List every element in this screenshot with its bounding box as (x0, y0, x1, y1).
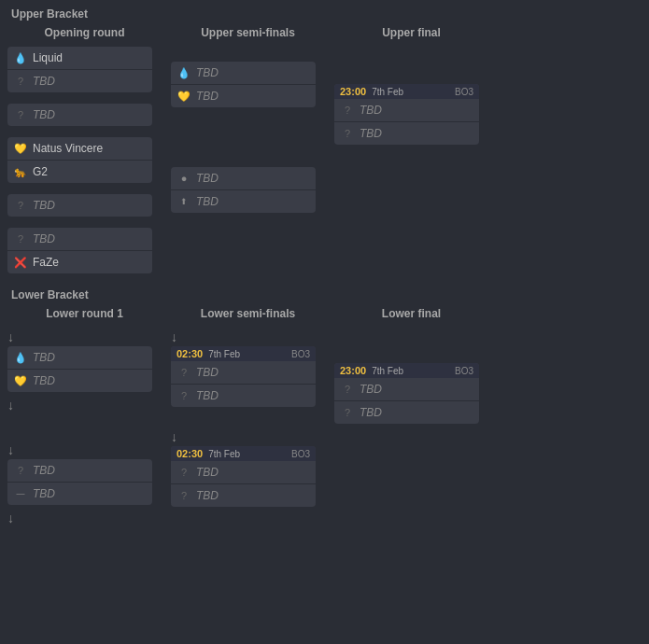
match-bo: BO3 (291, 349, 310, 359)
match-date: 7th Feb (208, 349, 240, 359)
lower-round1-column: Lower round 1 ↓ 💧 TBD 💛 TBD ↓ ↓ (7, 307, 162, 527)
team-row: 💧 TBD (7, 346, 152, 370)
tbd-icon: ? (13, 74, 28, 89)
team-row: ? TBD (7, 194, 152, 217)
tbd-icon: ? (176, 388, 191, 403)
match-bo: BO3 (455, 366, 473, 376)
team-row: ? TBD (171, 484, 316, 507)
team-name-tbd: TBD (33, 464, 55, 477)
team-row: ● TBD (171, 167, 316, 190)
match-info-bar: 02:30 7th Feb BO3 (171, 446, 316, 461)
team-row: ? TBD (7, 70, 152, 92)
upper-final-column: Upper final 23:00 7th Feb BO3 ? TBD ? (334, 26, 488, 148)
tbd-icon: ? (340, 405, 355, 420)
faze-icon: ❌ (13, 255, 28, 270)
team-row: ? TBD (334, 378, 479, 401)
team-name-tbd: TBD (196, 90, 219, 103)
match-info-bar: 23:00 7th Feb BO3 (334, 84, 479, 99)
team-name-tbd: TBD (360, 383, 382, 396)
upper-final-match: 23:00 7th Feb BO3 ? TBD ? TBD (334, 84, 479, 145)
upper-final-header: Upper final (334, 26, 488, 39)
tbd-icon: ? (176, 488, 191, 503)
arrow-down-1: ↓ (7, 328, 162, 346)
lower-match-1: 💧 TBD 💛 TBD (7, 346, 152, 392)
upper-match-3: 💛 Natus Vincere 🐆 G2 (7, 137, 152, 183)
upper-semis-header: Upper semi-finals (171, 26, 325, 39)
upper-semis-column: Upper semi-finals 💧 TBD 💛 TBD (171, 26, 325, 217)
match-time: 23:00 (340, 365, 366, 376)
team-name: G2 (33, 165, 48, 178)
team-row: ? TBD (334, 99, 479, 122)
navi-icon: 💛 (13, 373, 28, 388)
match-date: 7th Feb (372, 366, 403, 376)
team-name-tbd: TBD (33, 374, 55, 387)
team-name-tbd: TBD (33, 199, 55, 212)
lower-bracket: Lower Bracket Lower round 1 ↓ 💧 TBD 💛 TB… (7, 288, 642, 527)
team-name-tbd: TBD (33, 108, 55, 121)
upper-match-4: ? TBD (7, 194, 152, 217)
match-info-bar: 02:30 7th Feb BO3 (171, 346, 316, 361)
lower-round1-header: Lower round 1 (7, 307, 162, 320)
tbd-icon: ? (13, 463, 28, 478)
team-name-tbd: TBD (196, 466, 219, 479)
upper-opening-round-header: Opening round (7, 26, 162, 39)
tbd-icon: ● (176, 171, 191, 186)
match-time: 02:30 (176, 448, 203, 459)
liquid-icon: 💧 (13, 50, 28, 65)
lower-match-2: ? TBD — TBD (7, 459, 152, 505)
liquid-small-icon: 💧 (176, 65, 191, 80)
navi-small-icon: 💛 (176, 89, 191, 104)
upper-semi-1: 💧 TBD 💛 TBD (171, 62, 316, 107)
team-row: ? TBD (171, 361, 316, 385)
team-name: Natus Vincere (33, 142, 103, 155)
team-row: ? TBD (7, 228, 152, 251)
lower-bracket-grid: Lower round 1 ↓ 💧 TBD 💛 TBD ↓ ↓ (7, 307, 642, 527)
match-info-bar: 23:00 7th Feb BO3 (334, 363, 479, 378)
match-bo: BO3 (291, 449, 310, 459)
team-name-tbd: TBD (196, 195, 219, 208)
team-name-tbd: TBD (33, 232, 55, 245)
tbd-icon: ? (176, 465, 191, 480)
team-name-tbd: TBD (33, 75, 55, 88)
lower-semi-1: 02:30 7th Feb BO3 ? TBD ? TBD (171, 346, 316, 407)
tbd-icon: ? (13, 198, 28, 213)
team-row: ? TBD (7, 459, 152, 483)
upper-semi-2: ● TBD ⬆ TBD (171, 167, 316, 213)
team-row: 💛 Natus Vincere (7, 137, 152, 161)
lower-final-header: Lower final (334, 307, 488, 320)
arrow-down-5: ↓ (171, 328, 325, 346)
team-row: ? TBD (171, 461, 316, 484)
team-name-tbd: TBD (196, 489, 219, 502)
lower-bracket-title: Lower Bracket (7, 288, 642, 301)
arrow-down-4: ↓ (7, 509, 162, 527)
upper-opening-round-column: Opening round 💧 Liquid ? TBD (7, 26, 162, 277)
match-time: 23:00 (340, 86, 366, 97)
team-row: 💛 TBD (7, 370, 152, 392)
tbd-icon: ? (340, 382, 355, 397)
team-row: ? TBD (334, 401, 479, 424)
navi-icon: 💛 (13, 141, 28, 156)
team-row: 🐆 G2 (7, 161, 152, 183)
team-name-tbd: TBD (360, 127, 382, 140)
team-row: 💧 Liquid (7, 47, 152, 70)
lower-semi-2: 02:30 7th Feb BO3 ? TBD ? TBD (171, 446, 316, 507)
team-row: ? TBD (334, 122, 479, 145)
team-name-tbd: TBD (196, 366, 219, 379)
upper-bracket: Upper Bracket Opening round 💧 Liquid ? T… (7, 7, 642, 277)
team-name: Liquid (33, 51, 63, 64)
team-name-tbd: TBD (196, 172, 219, 185)
team-name: FaZe (33, 256, 59, 269)
lower-semis-header: Lower semi-finals (171, 307, 325, 320)
arrow-down-6: ↓ (171, 427, 325, 446)
lower-semis-column: Lower semi-finals ↓ 02:30 7th Feb BO3 ? … (171, 307, 325, 511)
match-bo: BO3 (455, 87, 473, 97)
lower-final-match: 23:00 7th Feb BO3 ? TBD ? TBD (334, 363, 479, 424)
team-row: 💧 TBD (171, 62, 316, 85)
arrow-down-3: ↓ (7, 441, 162, 459)
upper-bracket-title: Upper Bracket (7, 7, 642, 21)
tbd-icon: ? (176, 365, 191, 380)
tbd-icon: ? (13, 107, 28, 122)
team-name-tbd: TBD (360, 104, 382, 117)
tbd-icon: ⬆ (176, 194, 191, 209)
match-time: 02:30 (176, 348, 203, 359)
